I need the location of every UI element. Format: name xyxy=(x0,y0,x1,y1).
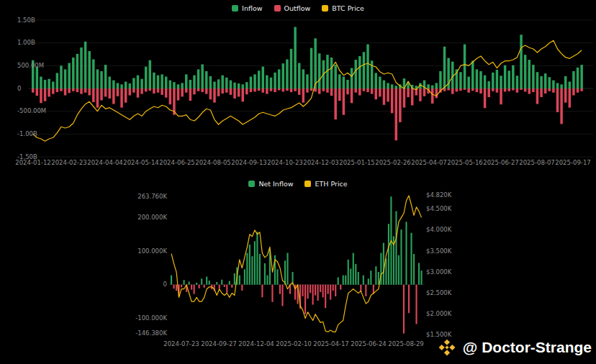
legend-label: ETH Price xyxy=(315,180,347,188)
eth-x-axis-tick-label: 2025-02-10 xyxy=(275,341,312,347)
btc-y-axis-tick-label: -500.00M xyxy=(17,108,46,114)
btc-x-axis-tick-label: 2024-05-14 xyxy=(122,160,160,166)
btc-x-axis-tick-label: 2025-06-27 xyxy=(482,160,520,166)
eth-right-y-tick-label: $4.820K xyxy=(426,192,451,199)
eth-left-y-tick-label: 100.000K xyxy=(132,248,167,255)
eth-right-y-tick-label: $2.000K xyxy=(426,311,451,317)
eth-left-y-tick-label: 0 xyxy=(132,281,167,288)
eth-right-y-tick-label: $3.500K xyxy=(426,248,451,255)
eth-left-y-tick-label: -146.380K xyxy=(132,330,167,337)
legend-swatch-icon xyxy=(322,5,328,12)
eth-right-y-tick-label: $4.500K xyxy=(426,206,451,212)
legend-swatch-icon xyxy=(304,181,311,187)
eth-x-axis-tick-label: 2024-09-27 xyxy=(200,341,238,347)
btc-x-axis-tick-label: 2025-08-07 xyxy=(518,160,556,166)
legend-label: BTC Price xyxy=(332,4,364,12)
watermark-handle: @ Doctor-Strange xyxy=(463,339,592,356)
btc-y-axis-tick-label: 1.00B xyxy=(17,40,35,46)
btc-chart-legend: InflowOutflowBTC Price xyxy=(0,4,596,12)
btc-x-axis-tick-label: 2024-08-05 xyxy=(194,160,232,166)
outflow-bars-group[interactable] xyxy=(32,88,583,140)
btc-x-axis-tick-label: 2024-02-23 xyxy=(50,160,88,166)
legend-label: Inflow xyxy=(242,4,262,12)
btc-x-axis-tick-label: 2025-02-26 xyxy=(374,160,412,166)
legend-swatch-icon xyxy=(232,5,238,12)
eth-right-y-tick-label: $4.000K xyxy=(426,227,451,233)
btc-y-axis-tick-label: 1.50B xyxy=(17,17,35,24)
btc-x-axis-tick-label: 2024-04-04 xyxy=(86,160,124,166)
btc-x-axis-tick-label: 2024-06-25 xyxy=(158,160,196,166)
eth-left-y-tick-label: 200.000K xyxy=(132,214,167,221)
btc-y-axis-tick-label: -1.00B xyxy=(17,131,37,137)
binance-logo-icon xyxy=(438,338,456,357)
btc-x-axis-tick-label: 2025-05-16 xyxy=(446,160,484,166)
eth-x-axis-tick-label: 2025-06-24 xyxy=(350,341,387,347)
btc-y-axis-tick-label: 0 xyxy=(17,86,21,92)
legend-label: Net Inflow xyxy=(258,180,293,188)
legend-swatch-icon xyxy=(248,181,255,187)
legend-item-outflow[interactable]: Outflow xyxy=(274,4,311,12)
eth-x-axis-tick-label: 2025-08-29 xyxy=(387,341,425,347)
btc-x-axis-tick-label: 2025-04-07 xyxy=(410,160,448,166)
watermark: @ Doctor-Strange xyxy=(438,338,592,357)
btc-x-axis-tick-label: 2025-01-15 xyxy=(338,160,376,166)
btc-x-axis-tick-label: 2024-09-13 xyxy=(230,160,268,166)
legend-item-net-inflow[interactable]: Net Inflow xyxy=(248,180,293,188)
eth-left-y-tick-label: -100.000K xyxy=(132,315,167,322)
btc-y-axis-tick-label: 500.00M xyxy=(17,63,44,69)
eth-right-y-tick-label: $1.500K xyxy=(426,332,451,338)
eth-x-axis-tick-label: 2024-12-04 xyxy=(238,341,275,347)
legend-item-btc-price[interactable]: BTC Price xyxy=(322,4,364,12)
eth-x-axis-tick-label: 2025-04-17 xyxy=(312,341,350,347)
legend-swatch-icon xyxy=(274,5,281,12)
etf-flows-dashboard: InflowOutflowBTC Price Net InflowETH Pri… xyxy=(0,0,596,364)
eth-x-axis-tick-label: 2024-07-23 xyxy=(163,341,200,347)
legend-item-eth-price[interactable]: ETH Price xyxy=(304,180,347,188)
eth-left-y-tick-label: 263.760K xyxy=(132,194,167,200)
legend-label: Outflow xyxy=(284,4,311,12)
eth-right-y-tick-label: $2.500K xyxy=(426,290,451,296)
btc-x-axis-tick-label: 2024-10-23 xyxy=(266,160,304,166)
btc-x-axis-tick-label: 2024-01-12 xyxy=(14,160,52,166)
btc-x-axis-tick-label: 2024-12-03 xyxy=(302,160,340,166)
inflow-bars-group[interactable] xyxy=(32,27,583,89)
eth-right-y-tick-label: $3.000K xyxy=(426,269,451,276)
legend-item-inflow[interactable]: Inflow xyxy=(232,4,262,12)
eth-chart-legend: Net InflowETH Price xyxy=(0,180,596,188)
btc-x-axis-tick-label: 2025-09-17 xyxy=(554,160,592,166)
